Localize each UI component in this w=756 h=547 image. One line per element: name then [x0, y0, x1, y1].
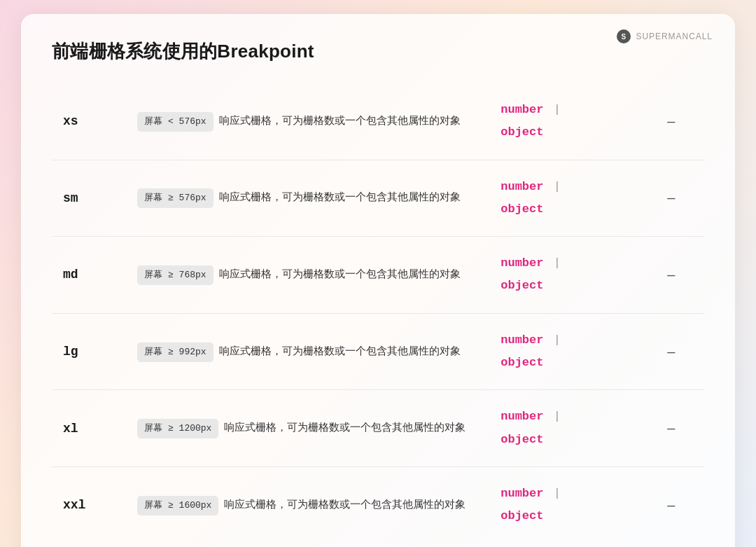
- type-number: number: [500, 180, 543, 193]
- screen-badge: 屏幕 < 576px: [137, 112, 213, 132]
- breakpoint-name: md: [52, 237, 126, 314]
- type-separator: |: [554, 487, 561, 500]
- breakpoint-name: xl: [52, 390, 126, 467]
- type-separator: |: [554, 333, 561, 347]
- breakpoint-desc: 屏幕 ≥ 1200px响应式栅格，可为栅格数或一个包含其他属性的对象: [126, 390, 489, 467]
- logo: S SUPERMANCALL: [617, 29, 713, 43]
- type-separator: |: [554, 103, 561, 116]
- breakpoint-type: number | object: [489, 390, 638, 467]
- type-number: number: [500, 333, 543, 347]
- type-number: number: [500, 410, 543, 423]
- table-row: md 屏幕 ≥ 768px响应式栅格，可为栅格数或一个包含其他属性的对象 num…: [52, 237, 704, 314]
- logo-text: SUPERMANCALL: [636, 32, 713, 41]
- table-row: lg 屏幕 ≥ 992px响应式栅格，可为栅格数或一个包含其他属性的对象 num…: [52, 313, 704, 390]
- type-object: object: [500, 125, 543, 139]
- breakpoint-desc: 屏幕 ≥ 1600px响应式栅格，可为栅格数或一个包含其他属性的对象: [126, 466, 489, 543]
- breakpoint-desc: 屏幕 ≥ 992px响应式栅格，可为栅格数或一个包含其他属性的对象: [126, 313, 489, 390]
- type-object: object: [500, 433, 543, 446]
- type-object: object: [500, 279, 543, 292]
- screen-badge: 屏幕 ≥ 576px: [137, 188, 213, 208]
- breakpoint-type: number | object: [489, 313, 638, 390]
- breakpoint-default: –: [638, 313, 704, 390]
- breakpoint-desc: 屏幕 ≥ 576px响应式栅格，可为栅格数或一个包含其他属性的对象: [126, 160, 489, 237]
- table-row: xxl 屏幕 ≥ 1600px响应式栅格，可为栅格数或一个包含其他属性的对象 n…: [52, 466, 704, 543]
- page-title: 前端栅格系统使用的Breakpoint: [52, 39, 704, 64]
- screen-badge: 屏幕 ≥ 1200px: [137, 419, 218, 438]
- screen-badge: 屏幕 ≥ 992px: [137, 342, 213, 362]
- type-separator: |: [554, 180, 561, 193]
- screen-badge: 屏幕 ≥ 1600px: [137, 496, 218, 515]
- screen-badge: 屏幕 ≥ 768px: [137, 265, 213, 285]
- breakpoint-type: number | object: [489, 160, 638, 237]
- type-object: object: [500, 356, 543, 369]
- breakpoint-default: –: [638, 237, 704, 314]
- breakpoint-table: xs 屏幕 < 576px响应式栅格，可为栅格数或一个包含其他属性的对象 num…: [52, 83, 704, 543]
- breakpoint-default: –: [638, 466, 704, 543]
- type-number: number: [500, 103, 543, 116]
- breakpoint-name: sm: [52, 160, 126, 237]
- breakpoint-name: xxl: [52, 466, 126, 543]
- breakpoint-desc: 屏幕 < 576px响应式栅格，可为栅格数或一个包含其他属性的对象: [126, 83, 489, 160]
- breakpoint-type: number | object: [489, 237, 638, 314]
- logo-icon: S: [617, 29, 631, 43]
- table-row: xl 屏幕 ≥ 1200px响应式栅格，可为栅格数或一个包含其他属性的对象 nu…: [52, 390, 704, 467]
- type-object: object: [500, 509, 543, 522]
- main-card: S SUPERMANCALL 前端栅格系统使用的Breakpoint xs 屏幕…: [21, 14, 735, 547]
- table-row: sm 屏幕 ≥ 576px响应式栅格，可为栅格数或一个包含其他属性的对象 num…: [52, 160, 704, 237]
- table-row: xs 屏幕 < 576px响应式栅格，可为栅格数或一个包含其他属性的对象 num…: [52, 83, 704, 160]
- type-separator: |: [554, 256, 561, 270]
- breakpoint-default: –: [638, 390, 704, 467]
- type-object: object: [500, 202, 543, 216]
- breakpoint-name: xs: [52, 83, 126, 160]
- breakpoint-default: –: [638, 83, 704, 160]
- type-number: number: [500, 487, 543, 500]
- type-separator: |: [554, 410, 561, 423]
- breakpoint-default: –: [638, 160, 704, 237]
- breakpoint-type: number | object: [489, 83, 638, 160]
- type-number: number: [500, 256, 543, 270]
- breakpoint-desc: 屏幕 ≥ 768px响应式栅格，可为栅格数或一个包含其他属性的对象: [126, 237, 489, 314]
- breakpoint-name: lg: [52, 313, 126, 390]
- breakpoint-type: number | object: [489, 466, 638, 543]
